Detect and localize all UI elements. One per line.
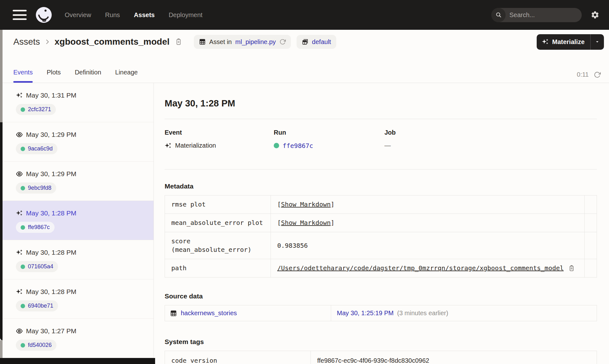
- nav-link-overview[interactable]: Overview: [65, 11, 91, 19]
- asset-group-default-badge[interactable]: default: [297, 35, 336, 49]
- events-page-body: May 30, 1:31 PM 2cfc3271 May 30, 1:29 PM…: [3, 83, 609, 364]
- tab-definition[interactable]: Definition: [75, 69, 101, 83]
- default-group-link[interactable]: default: [312, 38, 331, 46]
- metadata-key: rmse plot: [165, 195, 271, 214]
- run-id-badge[interactable]: 6940be71: [16, 300, 58, 311]
- chevron-right-icon: [44, 38, 51, 45]
- run-id: 9aca6c9d: [28, 145, 53, 152]
- table-row: rmse plot [Show Markdown]: [165, 195, 597, 214]
- event-timestamp: May 30, 1:31 PM: [26, 92, 76, 99]
- storage-path-link[interactable]: /Users/odetteharary/code/dagster/tmp_0mz…: [277, 264, 564, 272]
- metadata-key: mean_absolute_error plot: [165, 214, 271, 232]
- run-id-link[interactable]: ffe9867c: [283, 142, 313, 150]
- tab-plots[interactable]: Plots: [47, 69, 61, 83]
- event-detail-panel: May 30, 1:28 PM Event Materialization Ru…: [154, 83, 609, 364]
- asset-group-badge[interactable]: Asset in ml_pipeline.py: [194, 35, 291, 49]
- asset-group-icon: [302, 38, 309, 45]
- top-nav: Overview Runs Assets Deployment /: [0, 0, 609, 30]
- materialize-dropdown-button[interactable]: [591, 34, 604, 50]
- tab-lineage[interactable]: Lineage: [115, 69, 138, 83]
- asset-name: xgboost_comments_model: [55, 37, 170, 47]
- table-row: mean_absolute_error plot [Show Markdown]: [165, 214, 597, 232]
- run-id: fd540026: [28, 342, 52, 348]
- run-id-badge[interactable]: 9aca6c9d: [16, 143, 57, 154]
- event-list-item[interactable]: May 30, 1:28 PM 071605a4: [3, 240, 154, 279]
- menu-icon[interactable]: [13, 10, 27, 20]
- job-value: —: [384, 142, 391, 149]
- show-markdown-link[interactable]: [Show Markdown]: [277, 219, 335, 227]
- system-tags-heading: System tags: [165, 338, 597, 346]
- table-row: path /Users/odetteharary/code/dagster/tm…: [165, 259, 597, 277]
- event-timestamp: May 30, 1:28 PM: [26, 209, 76, 217]
- run-id: 071605a4: [28, 263, 53, 270]
- event-list-item-selected[interactable]: May 30, 1:28 PM ffe9867c: [3, 201, 154, 240]
- copy-path-icon[interactable]: [568, 265, 575, 272]
- event-list-item[interactable]: May 30, 1:29 PM 9aca6c9d: [3, 122, 154, 162]
- breadcrumb-assets-link[interactable]: Assets: [13, 37, 40, 47]
- asset-table-icon: [170, 310, 177, 317]
- run-status-dot: [21, 147, 25, 151]
- system-tag-value: ffe9867c-ec9c-4f06-939c-f8dc830c0962: [311, 351, 597, 364]
- metadata-table: rmse plot [Show Markdown] mean_absolute_…: [165, 195, 597, 278]
- gear-icon[interactable]: [591, 10, 599, 19]
- nav-link-assets[interactable]: Assets: [134, 11, 155, 19]
- observation-icon: [16, 328, 23, 335]
- run-id-badge[interactable]: 071605a4: [16, 261, 58, 272]
- tab-events[interactable]: Events: [13, 69, 33, 83]
- event-detail-title: May 30, 1:28 PM: [165, 98, 597, 109]
- metadata-key: score (mean_absolute_error): [165, 232, 271, 259]
- event-timestamp: May 30, 1:29 PM: [26, 131, 76, 138]
- table-row: code_version ffe9867c-ec9c-4f06-939c-f8d…: [165, 351, 597, 364]
- metadata-heading: Metadata: [165, 182, 597, 190]
- event-list-item[interactable]: May 30, 1:29 PM 9ebc9fd8: [3, 162, 154, 201]
- page-header: Assets xgboost_comments_model Asset in m…: [3, 30, 609, 54]
- source-timestamp-link[interactable]: May 30, 1:25:19 PM: [337, 310, 394, 317]
- materialization-icon: [16, 92, 23, 99]
- search-box[interactable]: /: [491, 8, 582, 22]
- copy-asset-name-icon[interactable]: [175, 38, 182, 46]
- show-markdown-link[interactable]: [Show Markdown]: [277, 200, 335, 209]
- materialization-icon: [165, 142, 172, 149]
- run-id-badge[interactable]: fd540026: [16, 340, 56, 351]
- run-id: 6940be71: [28, 303, 53, 309]
- table-row: score (mean_absolute_error) 0.983856: [165, 232, 597, 259]
- event-label: Event: [165, 129, 274, 136]
- asset-group-prefix: Asset in: [209, 38, 232, 46]
- source-asset-link[interactable]: hackernews_stories: [181, 310, 237, 317]
- event-type-value: Materialization: [175, 142, 216, 149]
- run-id: 9ebc9fd8: [28, 185, 51, 191]
- run-id-badge[interactable]: 9ebc9fd8: [16, 182, 56, 194]
- materialization-icon: [16, 249, 23, 256]
- sparkle-icon: [542, 38, 549, 45]
- job-label: Job: [384, 129, 597, 136]
- event-list-item[interactable]: May 30, 1:27 PM fd540026: [3, 319, 154, 358]
- source-data-heading: Source data: [165, 292, 597, 300]
- system-tag-key: code_version: [165, 351, 311, 364]
- source-relative-time: (3 minutes earlier): [397, 310, 448, 317]
- event-list-item[interactable]: May 30, 1:28 PM 6940be71: [3, 279, 154, 319]
- run-id: 2cfc3271: [28, 106, 51, 113]
- dagster-logo[interactable]: [36, 7, 52, 23]
- run-status-dot: [21, 107, 25, 112]
- asset-tabs: Events Plots Definition Lineage 0:11: [3, 54, 609, 83]
- nav-link-deployment[interactable]: Deployment: [169, 11, 203, 19]
- run-id: ffe9867c: [28, 224, 50, 231]
- refresh-icon[interactable]: [594, 71, 601, 78]
- materialization-icon: [16, 288, 23, 295]
- system-tags-table: code_version ffe9867c-ec9c-4f06-939c-f8d…: [165, 351, 597, 364]
- observation-icon: [16, 131, 23, 138]
- code-location-link[interactable]: ml_pipeline.py: [235, 38, 276, 46]
- materialize-button[interactable]: Materialize: [537, 34, 590, 50]
- chevron-down-icon: [594, 39, 600, 45]
- event-timestamp: May 30, 1:28 PM: [26, 249, 76, 256]
- nav-link-runs[interactable]: Runs: [105, 11, 120, 19]
- run-label: Run: [274, 129, 384, 136]
- nav-links: Overview Runs Assets Deployment: [65, 11, 202, 19]
- run-status-dot: [21, 186, 25, 190]
- observation-icon: [16, 170, 23, 177]
- event-list-item[interactable]: May 30, 1:31 PM 2cfc3271: [3, 83, 154, 122]
- run-id-badge[interactable]: 2cfc3271: [16, 104, 56, 115]
- run-id-badge[interactable]: ffe9867c: [16, 222, 55, 233]
- search-input[interactable]: [506, 11, 582, 19]
- reload-location-icon[interactable]: [279, 39, 286, 45]
